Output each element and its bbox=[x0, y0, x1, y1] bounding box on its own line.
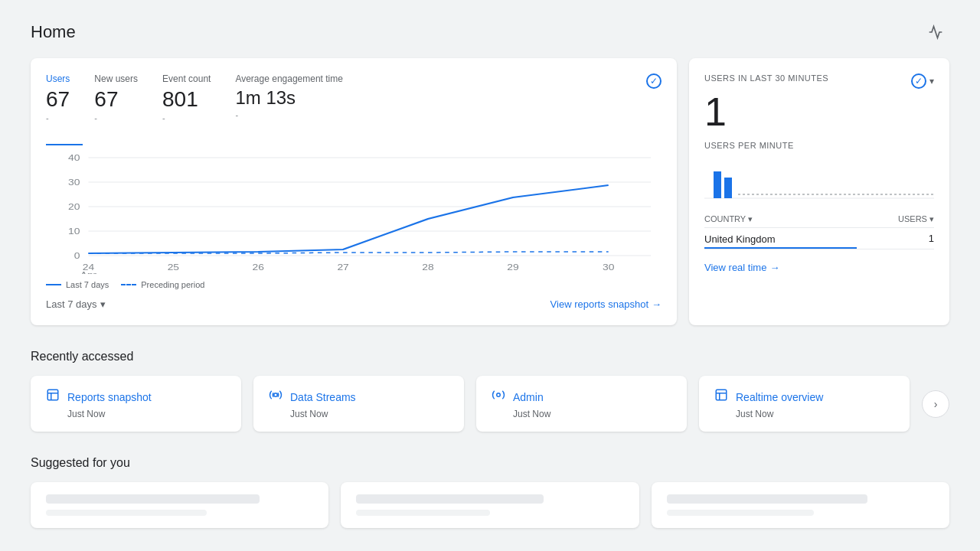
main-cards-row: Users 67 - New users 67 - Event count 80… bbox=[31, 58, 949, 325]
metric-engagement-sub: - bbox=[235, 110, 343, 119]
view-reports-link[interactable]: View reports snapshot → bbox=[550, 298, 662, 310]
recent-card-datastreams-header: Data Streams bbox=[269, 388, 449, 406]
datastreams-icon bbox=[269, 388, 283, 406]
suggested-card-1-skeleton-2 bbox=[46, 510, 207, 516]
metric-engagement: Average engagement time 1m 13s - bbox=[235, 73, 343, 132]
svg-rect-19 bbox=[714, 171, 721, 198]
view-realtime-arrow-icon: → bbox=[769, 262, 779, 273]
metric-users-sub: - bbox=[46, 113, 70, 122]
suggested-card-1[interactable] bbox=[31, 482, 328, 528]
svg-text:30: 30 bbox=[603, 263, 615, 272]
page-title: Home bbox=[31, 22, 76, 42]
analytics-card-footer: Last 7 days ▾ View reports snapshot → bbox=[46, 298, 662, 310]
recent-card-realtime-time: Just Now bbox=[736, 409, 894, 419]
rt-country-table: COUNTRY ▾ USERS ▾ United Kingdom bbox=[704, 211, 934, 249]
metric-new-users-label: New users bbox=[94, 73, 138, 84]
check-status: ✓ bbox=[646, 73, 662, 132]
customize-icon[interactable] bbox=[922, 18, 949, 46]
recently-accessed-title: Recently accessed bbox=[31, 350, 949, 364]
svg-point-26 bbox=[497, 393, 501, 397]
suggested-card-1-skeleton bbox=[46, 494, 260, 504]
metric-new-users-value: 67 bbox=[94, 87, 138, 112]
svg-text:0: 0 bbox=[74, 252, 80, 261]
suggested-card-3-skeleton-2 bbox=[667, 510, 814, 516]
recent-card-datastreams-time: Just Now bbox=[290, 409, 449, 419]
svg-text:26: 26 bbox=[253, 263, 265, 272]
recently-accessed-section: Recently accessed Reports snapshot Just … bbox=[31, 350, 949, 432]
recent-card-datastreams-title: Data Streams bbox=[290, 391, 356, 403]
recent-card-admin[interactable]: Admin Just Now bbox=[476, 376, 687, 432]
svg-text:29: 29 bbox=[507, 263, 519, 272]
metric-event-count: Event count 801 - bbox=[162, 73, 211, 132]
page-container: Home Users 67 - New users 67 - bbox=[0, 0, 980, 546]
check-icon: ✓ bbox=[646, 73, 662, 89]
rt-chart-svg bbox=[704, 156, 934, 202]
realtime-icon bbox=[714, 388, 728, 406]
recent-card-reports-time: Just Now bbox=[67, 409, 226, 419]
admin-icon bbox=[492, 388, 505, 406]
metrics-row: Users 67 - New users 67 - Event count 80… bbox=[46, 73, 662, 132]
rt-users-col-header: USERS ▾ bbox=[857, 211, 934, 228]
legend-dashed-line bbox=[121, 284, 136, 285]
legend-last7days: Last 7 days bbox=[46, 280, 109, 289]
legend-preceding: Preceding period bbox=[121, 280, 204, 289]
rt-count: 1 bbox=[704, 92, 934, 132]
suggested-card-2-skeleton-2 bbox=[356, 510, 490, 516]
recent-cards-row: Reports snapshot Just Now Data Streams J… bbox=[31, 376, 949, 432]
rt-header: USERS IN LAST 30 MINUTES ✓ ▾ bbox=[704, 73, 934, 89]
legend-last7days-label: Last 7 days bbox=[66, 280, 109, 289]
svg-text:25: 25 bbox=[168, 263, 180, 272]
suggested-card-2[interactable] bbox=[341, 482, 639, 528]
recent-card-admin-header: Admin bbox=[492, 388, 671, 406]
period-select[interactable]: Last 7 days ▾ bbox=[46, 298, 106, 310]
users-filter-icon[interactable]: ▾ bbox=[929, 214, 934, 223]
svg-text:40: 40 bbox=[68, 154, 80, 163]
recent-card-reports[interactable]: Reports snapshot Just Now bbox=[31, 376, 241, 432]
suggested-card-3[interactable] bbox=[652, 482, 949, 528]
rt-dropdown-button[interactable]: ▾ bbox=[929, 76, 934, 86]
metric-new-users-sub: - bbox=[94, 113, 138, 122]
legend-solid-line bbox=[46, 284, 61, 285]
svg-rect-20 bbox=[724, 178, 732, 198]
rt-check-icon: ✓ bbox=[911, 73, 926, 89]
metric-event-count-label: Event count bbox=[162, 73, 211, 84]
legend-preceding-label: Preceding period bbox=[141, 280, 204, 289]
metric-users-label: Users bbox=[46, 73, 70, 84]
svg-text:10: 10 bbox=[68, 227, 80, 236]
country-progress-bar bbox=[704, 247, 857, 249]
realtime-card: USERS IN LAST 30 MINUTES ✓ ▾ 1 USERS PER… bbox=[689, 58, 949, 325]
view-reports-arrow-icon: → bbox=[652, 298, 662, 310]
recent-cards-next-button[interactable]: › bbox=[922, 390, 949, 418]
view-reports-label: View reports snapshot bbox=[550, 298, 648, 310]
rt-footer: View real time → bbox=[704, 262, 934, 273]
metric-users: Users 67 - bbox=[46, 73, 70, 132]
svg-rect-27 bbox=[716, 390, 727, 400]
page-header: Home bbox=[31, 18, 949, 46]
reports-snapshot-icon bbox=[46, 388, 60, 406]
svg-point-25 bbox=[274, 393, 278, 397]
recent-card-realtime-header: Realtime overview bbox=[714, 388, 894, 406]
view-realtime-label: View real time bbox=[704, 262, 766, 273]
view-realtime-link[interactable]: View real time → bbox=[704, 262, 934, 273]
recent-card-realtime[interactable]: Realtime overview Just Now bbox=[699, 376, 910, 432]
svg-rect-22 bbox=[47, 390, 58, 400]
rt-mini-chart bbox=[704, 156, 934, 202]
recent-card-reports-header: Reports snapshot bbox=[46, 388, 226, 406]
rt-sub-title: USERS PER MINUTE bbox=[704, 141, 934, 150]
suggested-card-2-skeleton bbox=[356, 494, 544, 504]
suggested-card-3-skeleton bbox=[667, 494, 867, 504]
recent-card-datastreams[interactable]: Data Streams Just Now bbox=[253, 376, 464, 432]
svg-text:27: 27 bbox=[337, 263, 349, 272]
chart-area: 40 30 20 10 0 24 Apr 25 26 27 28 29 bbox=[46, 152, 662, 274]
metric-engagement-value: 1m 13s bbox=[235, 87, 343, 109]
country-filter-icon[interactable]: ▾ bbox=[748, 214, 753, 223]
metric-event-count-value: 801 bbox=[162, 87, 211, 112]
recent-card-admin-time: Just Now bbox=[513, 409, 671, 419]
suggested-section: Suggested for you bbox=[31, 456, 949, 528]
metric-new-users: New users 67 - bbox=[94, 73, 138, 132]
rt-title: USERS IN LAST 30 MINUTES bbox=[704, 73, 828, 83]
analytics-card: Users 67 - New users 67 - Event count 80… bbox=[31, 58, 677, 325]
svg-text:28: 28 bbox=[422, 263, 434, 272]
svg-text:Apr: Apr bbox=[80, 271, 97, 274]
chart-svg: 40 30 20 10 0 24 Apr 25 26 27 28 29 bbox=[46, 152, 662, 274]
